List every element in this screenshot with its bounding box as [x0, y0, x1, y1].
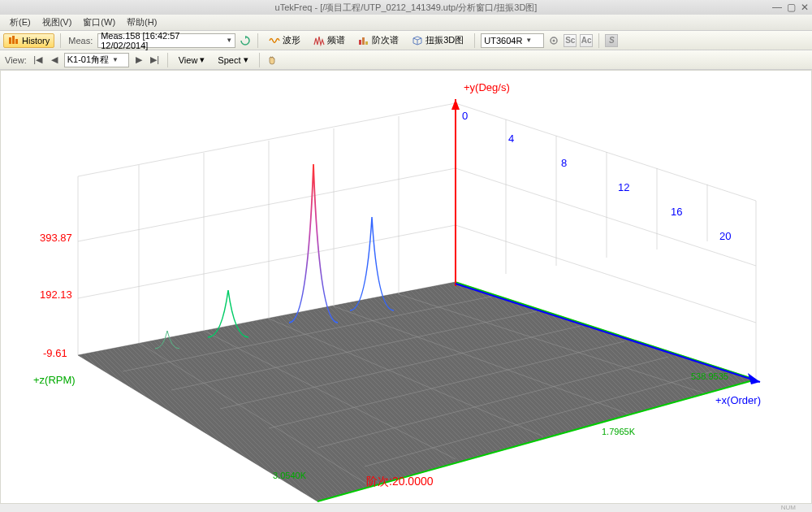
pan-tool[interactable] — [266, 54, 279, 67]
device-dropdown[interactable]: UT3604R▼ — [481, 33, 544, 48]
bars-icon — [358, 35, 369, 46]
svg-rect-5 — [365, 41, 368, 45]
chevron-down-icon: ▼ — [226, 37, 232, 44]
nav-prev[interactable]: ◀ — [48, 54, 61, 67]
svg-rect-0 — [9, 37, 11, 44]
nav-last[interactable]: ▶| — [149, 54, 162, 67]
ac-button[interactable]: Ac — [580, 34, 593, 47]
window-controls: — ▢ ✕ — [772, 2, 809, 13]
separator — [598, 33, 599, 48]
spectrum-button[interactable]: 频谱 — [309, 33, 350, 48]
menu-help[interactable]: 帮助(H) — [122, 15, 162, 30]
torsion-3d-button[interactable]: 扭振3D图 — [407, 33, 469, 48]
separator — [474, 33, 475, 48]
wave-icon — [269, 35, 280, 46]
floor-plane — [78, 282, 756, 501]
minimize-button[interactable]: — — [772, 2, 782, 13]
sc-button[interactable]: Sc — [564, 34, 577, 47]
svg-text:20: 20 — [719, 230, 731, 242]
status-bar: NUM — [0, 504, 812, 512]
history-button[interactable]: History — [3, 33, 54, 48]
svg-text:+y(Deg/s): +y(Deg/s) — [464, 81, 510, 93]
maximize-button[interactable]: ▢ — [787, 2, 796, 13]
meas-label: Meas: — [67, 36, 94, 46]
separator — [60, 33, 61, 48]
title-bar: uTekFreq - [/项目工程/UTP_0212_141349.utp/分析… — [0, 0, 812, 15]
svg-point-7 — [553, 39, 555, 41]
svg-text:3.0540K: 3.0540K — [273, 471, 307, 480]
menu-bar: 析(E) 视图(V) 窗口(W) 帮助(H) — [0, 15, 812, 31]
s-button[interactable]: S — [605, 34, 618, 47]
spect-menu-button[interactable]: Spect▾ — [213, 53, 253, 67]
toolbar-primary: History Meas: Meas.158 [16:42:57 12/02/2… — [0, 31, 812, 50]
svg-text:+x(Order): +x(Order) — [715, 394, 761, 406]
view-menu-button[interactable]: View▾ — [174, 53, 210, 67]
svg-rect-3 — [359, 40, 361, 45]
svg-text:0: 0 — [462, 110, 468, 122]
toolbar-secondary: View: |◀ ◀ K1-01角程▼ ▶ ▶| View▾ Spect▾ — [0, 50, 812, 70]
status-num: NUM — [781, 504, 796, 511]
svg-text:1.7965K: 1.7965K — [602, 427, 636, 436]
svg-rect-2 — [15, 39, 18, 44]
svg-text:4: 4 — [508, 132, 514, 145]
channel-dropdown[interactable]: K1-01角程▼ — [64, 53, 129, 67]
nav-first[interactable]: |◀ — [32, 54, 45, 67]
separator — [257, 33, 258, 48]
plot-3d-area[interactable]: +y(Deg/s) +x(Order) +z(RPM) 0 4 8 12 16 … — [0, 70, 812, 504]
view-label: View: — [3, 55, 28, 65]
svg-rect-1 — [12, 36, 15, 44]
svg-text:393.87: 393.87 — [40, 232, 72, 244]
refresh-icon — [240, 36, 250, 46]
app-title: uTekFreq - [/项目工程/UTP_0212_141349.utp/分析… — [275, 2, 538, 14]
svg-text:-9.61: -9.61 — [43, 347, 67, 359]
menu-analysis[interactable]: 析(E) — [5, 15, 36, 30]
menu-window[interactable]: 窗口(W) — [78, 15, 120, 30]
svg-text:阶次:20.0000: 阶次:20.0000 — [366, 475, 434, 488]
order-spectrum-button[interactable]: 阶次谱 — [353, 33, 404, 48]
chevron-down-icon: ▼ — [112, 56, 119, 63]
refresh-button[interactable] — [239, 34, 252, 47]
nav-next[interactable]: ▶ — [132, 54, 145, 67]
waveform-button[interactable]: 波形 — [264, 33, 305, 48]
history-icon — [8, 35, 19, 46]
svg-rect-4 — [362, 37, 365, 45]
separator — [167, 53, 168, 67]
svg-text:+z(RPM): +z(RPM) — [33, 374, 76, 386]
settings-button[interactable] — [547, 34, 560, 47]
gear-icon — [549, 36, 559, 46]
close-button[interactable]: ✕ — [801, 2, 809, 13]
meas-dropdown[interactable]: Meas.158 [16:42:57 12/02/2014]▼ — [97, 33, 235, 48]
svg-text:192.13: 192.13 — [40, 289, 72, 301]
svg-text:538.9535: 538.9535 — [691, 371, 728, 381]
3d-icon — [412, 35, 423, 46]
x-axis-arrow — [748, 373, 760, 384]
y-axis-arrow — [451, 99, 460, 110]
svg-text:12: 12 — [618, 181, 629, 193]
hand-icon — [267, 55, 277, 65]
separator — [259, 53, 260, 67]
menu-view[interactable]: 视图(V) — [37, 15, 77, 30]
svg-text:16: 16 — [671, 206, 682, 218]
chevron-down-icon: ▼ — [525, 37, 532, 44]
spectrum-icon — [313, 35, 325, 46]
svg-text:8: 8 — [561, 157, 567, 169]
